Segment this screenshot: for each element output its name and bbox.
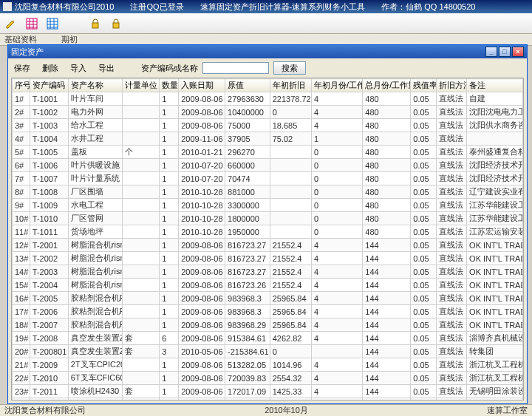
table-cell[interactable]: 14#: [13, 265, 30, 279]
table-cell[interactable]: 172017.09: [225, 385, 270, 398]
table-cell[interactable]: 4: [312, 292, 363, 305]
table-cell[interactable]: [123, 132, 160, 146]
table-cell[interactable]: 0: [312, 146, 363, 159]
table-cell[interactable]: 直线法: [436, 225, 466, 239]
table-cell[interactable]: 1: [160, 239, 179, 252]
table-cell[interactable]: OK INT'L TRADE: [467, 252, 523, 265]
table-cell[interactable]: 24#: [13, 398, 30, 401]
table-cell[interactable]: 1014.96: [270, 358, 311, 372]
table-cell[interactable]: 叶片供暖设施: [68, 159, 123, 172]
table-cell[interactable]: 0.05: [411, 332, 437, 345]
table-cell[interactable]: 转集团: [467, 345, 523, 358]
table-cell[interactable]: 1425.33: [270, 385, 311, 398]
table-cell[interactable]: 树脂混合机risn: [68, 252, 123, 265]
table-cell[interactable]: 1950000: [225, 225, 270, 239]
table-cell[interactable]: 叶片车间: [68, 92, 123, 106]
table-cell[interactable]: 480: [363, 132, 411, 146]
table-cell[interactable]: T-1003: [30, 119, 68, 132]
delete-button[interactable]: 删除: [42, 63, 58, 74]
table-row[interactable]: 12#T-2001树脂混合机risn12009-08-06816723.2721…: [13, 239, 523, 252]
table-cell[interactable]: 自建: [467, 92, 523, 106]
calendar-blue-icon[interactable]: [46, 17, 59, 30]
table-cell[interactable]: T-200801: [30, 345, 68, 358]
table-cell[interactable]: 2009-08-06: [179, 372, 225, 385]
table-cell[interactable]: 0.05: [411, 358, 437, 372]
table-cell[interactable]: 0.05: [411, 292, 437, 305]
table-cell[interactable]: 1#: [13, 92, 30, 106]
table-cell[interactable]: 4: [312, 385, 363, 398]
table-cell[interactable]: 21552.4: [270, 239, 311, 252]
table-cell[interactable]: 淄博齐真机械设备: [467, 332, 523, 345]
table-row[interactable]: 7#T-1007叶片计量系统12010-07-207047404800.05直线…: [13, 172, 523, 185]
table-cell[interactable]: 0.05: [411, 159, 437, 172]
table-cell[interactable]: 1: [160, 199, 179, 212]
data-grid[interactable]: 序号资产编码资产名称计量单位数量入账日期原值年初折旧年初月份/工作量总月份/工作…: [11, 78, 524, 400]
table-cell[interactable]: 0.05: [411, 172, 437, 185]
table-cell[interactable]: 0.05: [411, 225, 437, 239]
table-cell[interactable]: [123, 279, 160, 292]
table-cell[interactable]: 0: [270, 345, 311, 358]
table-cell[interactable]: 直线法: [436, 279, 466, 292]
table-cell[interactable]: 983968.3: [225, 305, 270, 318]
table-cell[interactable]: 0.05: [411, 92, 437, 106]
table-cell[interactable]: 480: [363, 212, 411, 225]
table-cell[interactable]: 4: [312, 279, 363, 292]
table-cell[interactable]: 直线法: [436, 146, 466, 159]
table-cell[interactable]: 15#: [13, 279, 30, 292]
table-cell[interactable]: T-2011: [30, 385, 68, 398]
table-cell[interactable]: 0: [270, 106, 311, 119]
table-cell[interactable]: 19#: [13, 332, 30, 345]
table-cell[interactable]: 直线法: [436, 172, 466, 185]
table-cell[interactable]: 无锡明田涂装设备: [467, 385, 523, 398]
table-cell[interactable]: 0: [312, 172, 363, 185]
table-row[interactable]: 22#T-20106T叉车CFIC60-RG12009-08-06720039.…: [13, 372, 523, 385]
search-input[interactable]: [202, 62, 269, 74]
table-cell[interactable]: 货场地坪: [68, 225, 123, 239]
table-cell[interactable]: 2009-08-06: [179, 119, 225, 132]
table-cell[interactable]: 0.05: [411, 279, 437, 292]
column-header[interactable]: 入账日期: [179, 79, 225, 92]
table-cell[interactable]: 直线法: [436, 239, 466, 252]
table-cell[interactable]: 0.05: [411, 398, 437, 401]
column-header[interactable]: 资产编码: [30, 79, 68, 92]
table-cell[interactable]: 4: [312, 372, 363, 385]
table-cell[interactable]: 0.05: [411, 119, 437, 132]
table-cell[interactable]: 直线法: [436, 212, 466, 225]
table-row[interactable]: 24#T-2012美电设备12009-08-06366000041440.05直…: [13, 398, 523, 401]
column-header[interactable]: 序号: [13, 79, 30, 92]
table-row[interactable]: 17#T-2006胶粘剂混合机Pol12009-08-06983968.3259…: [13, 305, 523, 318]
table-cell[interactable]: 给水工程: [68, 119, 123, 132]
table-cell[interactable]: 0: [312, 225, 363, 239]
table-cell[interactable]: [467, 132, 523, 146]
table-cell[interactable]: 11#: [13, 225, 30, 239]
table-cell[interactable]: 浙江杭叉工程机械: [467, 372, 523, 385]
table-cell[interactable]: [123, 398, 160, 401]
table-cell[interactable]: 4: [312, 318, 363, 332]
table-cell[interactable]: 17#: [13, 305, 30, 318]
table-cell[interactable]: 816723.27: [225, 265, 270, 279]
table-cell[interactable]: 144: [363, 252, 411, 265]
table-cell[interactable]: [123, 92, 160, 106]
table-cell[interactable]: 厂区围墙: [68, 185, 123, 199]
table-cell[interactable]: T-1009: [30, 199, 68, 212]
table-row[interactable]: 4#T-1004水井工程12009-11-063790575.0214800.0…: [13, 132, 523, 146]
table-cell[interactable]: 2009-08-06: [179, 292, 225, 305]
table-cell[interactable]: 胶粘剂混合机Pol: [68, 292, 123, 305]
table-cell[interactable]: 直线法: [436, 398, 466, 401]
table-row[interactable]: 20#T-200801真空发生装置ZP-套32010-05-06-215384.…: [13, 345, 523, 358]
table-cell[interactable]: 480: [363, 106, 411, 119]
table-cell[interactable]: 水电工程: [68, 199, 123, 212]
table-cell[interactable]: 胶粘剂混合机Pol: [68, 318, 123, 332]
table-row[interactable]: 15#T-2004树脂混合机risn12009-08-06816723.2621…: [13, 279, 523, 292]
table-cell[interactable]: 套: [123, 332, 160, 345]
table-cell[interactable]: [123, 106, 160, 119]
table-cell[interactable]: [123, 372, 160, 385]
table-cell[interactable]: 直线法: [436, 345, 466, 358]
table-cell[interactable]: 144: [363, 239, 411, 252]
table-cell[interactable]: T-1005: [30, 146, 68, 159]
table-cell[interactable]: 25965.84: [270, 305, 311, 318]
table-cell[interactable]: 1: [160, 212, 179, 225]
table-cell[interactable]: 2T叉车CPIC20kB-G: [68, 358, 123, 372]
table-cell[interactable]: 1: [160, 132, 179, 146]
table-cell[interactable]: 直线法: [436, 119, 466, 132]
